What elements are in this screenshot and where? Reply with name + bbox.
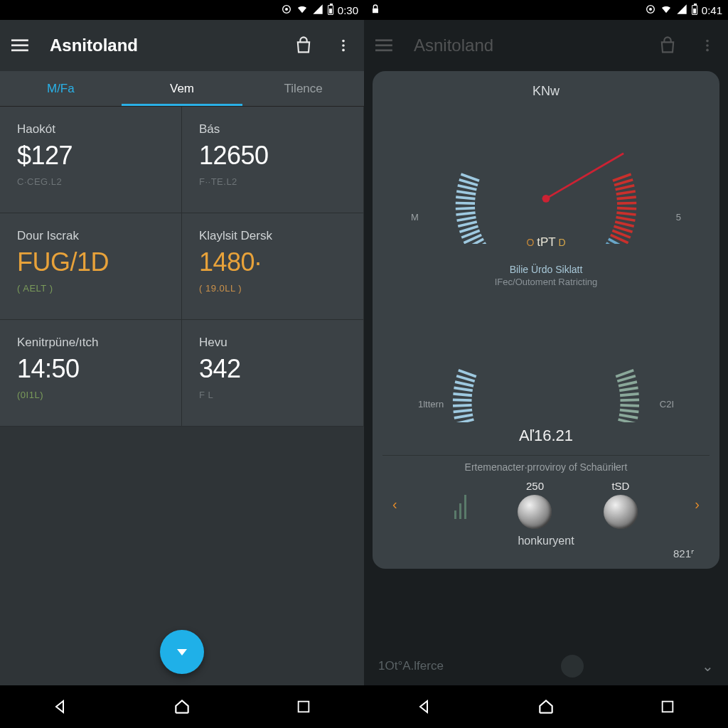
svg-point-5 <box>342 40 345 43</box>
metric-sub: ( 19.0LL ) <box>199 283 350 294</box>
metric-label: Bás <box>199 122 350 136</box>
svg-line-80 <box>459 370 476 377</box>
svg-line-133 <box>620 405 639 406</box>
metric-cell[interactable]: Klaylsit Dersk 1480· ( 19.0LL ) <box>182 213 364 320</box>
svg-line-87 <box>454 410 472 412</box>
wifi-icon <box>296 4 308 17</box>
svg-line-139 <box>616 370 633 377</box>
gauge1-title: KNw <box>382 84 710 99</box>
nav-bar <box>364 685 728 728</box>
footer-label: honkuryent <box>382 535 710 547</box>
battery-icon <box>328 5 333 15</box>
gauge2-value: Aľ16.21 <box>382 427 710 445</box>
metric-value: 12650 <box>199 141 350 171</box>
metric-cell[interactable]: Hevu 342 F L <box>182 320 364 427</box>
svg-rect-8 <box>298 702 309 712</box>
metrics-grid: Haokót $127 C·CEG.L2 Bás 12650 F··TE.L2 … <box>0 107 364 427</box>
svg-line-136 <box>619 387 638 390</box>
knob-right[interactable] <box>604 495 638 529</box>
svg-rect-3 <box>11 44 28 46</box>
svg-point-11 <box>649 8 652 11</box>
nav-back-icon[interactable] <box>414 697 434 717</box>
more-icon <box>697 35 718 56</box>
tab-label: M/Fa <box>47 82 75 96</box>
status-time: 0:41 <box>702 4 722 16</box>
menu-icon[interactable] <box>10 35 31 56</box>
lock-icon <box>370 4 381 17</box>
nav-recent-icon[interactable] <box>294 697 314 717</box>
nav-recent-icon[interactable] <box>658 697 678 717</box>
metric-sub: F L <box>199 390 350 400</box>
metric-label: Haokót <box>17 122 168 136</box>
svg-line-137 <box>619 382 637 386</box>
svg-point-16 <box>706 44 709 47</box>
footer-value: 821ʳ <box>673 547 694 560</box>
tab-1[interactable]: Vem <box>122 71 243 106</box>
metric-sub: F··TE.L2 <box>199 176 350 187</box>
bottom-title: Ertemenacter·prroviroy of Schaüriłert <box>382 461 710 473</box>
svg-line-74 <box>616 191 636 194</box>
knob-left-value: 250 <box>526 480 544 492</box>
svg-rect-140 <box>662 702 673 712</box>
more-icon[interactable] <box>333 35 354 56</box>
metric-cell[interactable]: Dour Iscrak FUG/1D ( AELT ) <box>0 213 182 320</box>
g2-left-label: 1lttern <box>418 399 444 410</box>
svg-line-86 <box>453 405 472 406</box>
svg-line-21 <box>456 191 476 194</box>
tab-label: Vem <box>170 82 194 96</box>
tab-label: Tilence <box>284 82 323 96</box>
menu-icon <box>374 35 395 56</box>
svg-line-131 <box>619 414 638 418</box>
svg-rect-13 <box>375 44 392 46</box>
next-arrow-icon[interactable]: › <box>689 491 705 518</box>
knob-right-value: tSD <box>611 480 629 492</box>
metric-cell[interactable]: Haokót $127 C·CEG.L2 <box>0 107 182 213</box>
circle-icon <box>645 4 656 17</box>
gauge2-subtitle: IFec/Outoment Ratricting <box>382 277 710 287</box>
svg-point-7 <box>342 49 345 52</box>
svg-line-132 <box>620 410 638 412</box>
svg-line-68 <box>615 222 634 226</box>
bag-icon[interactable] <box>293 35 314 56</box>
svg-line-84 <box>453 394 471 395</box>
svg-point-17 <box>706 49 709 52</box>
metric-value: $127 <box>17 141 168 171</box>
svg-line-73 <box>617 197 636 198</box>
svg-line-134 <box>620 400 639 400</box>
dim-label: 1Ot°A.lferce <box>378 659 444 673</box>
g2-right-label: C2I <box>660 399 674 410</box>
tab-2[interactable]: Tilence <box>242 71 364 106</box>
metric-cell[interactable]: Kenitrpüne/ıtch 14:50 (0I1L) <box>0 320 182 427</box>
svg-line-82 <box>455 382 473 386</box>
prev-arrow-icon[interactable]: ‹ <box>387 491 403 518</box>
nav-home-icon[interactable] <box>172 697 192 717</box>
metric-sub: (0I1L) <box>17 390 168 400</box>
svg-line-83 <box>454 387 472 390</box>
svg-line-71 <box>617 208 636 209</box>
tab-0[interactable]: M/Fa <box>0 71 122 106</box>
nav-back-icon[interactable] <box>50 697 70 717</box>
metric-cell[interactable]: Bás 12650 F··TE.L2 <box>182 107 364 213</box>
app-title: Asnitoland <box>414 36 638 55</box>
status-bar: 0:41 <box>364 0 728 20</box>
scale-min: M <box>411 212 419 223</box>
app-bar-dimmed: Asnitoland <box>364 20 728 71</box>
fab-button[interactable] <box>160 630 204 674</box>
svg-line-70 <box>616 213 636 215</box>
svg-rect-12 <box>375 39 392 41</box>
metric-value: 14:50 <box>17 354 168 384</box>
gauge-card: KNw M 5 O tPT D Bilie Ürdo Siklatt IFec/… <box>373 71 719 569</box>
bottom-controls: Ertemenacter·prroviroy of Schaüriłert ‹ … <box>382 455 710 555</box>
svg-point-79 <box>542 195 550 203</box>
app-bar: Asnitoland <box>0 20 364 71</box>
knob-left[interactable] <box>518 495 552 529</box>
cell-icon <box>312 4 323 17</box>
svg-point-15 <box>706 40 709 43</box>
gauge-2: 1lttern C2I <box>382 287 710 422</box>
svg-line-78 <box>546 154 623 199</box>
status-bar: 0:30 <box>0 0 364 20</box>
metric-value: FUG/1D <box>17 247 168 277</box>
chevron-down-icon[interactable]: ⌄ <box>702 658 714 675</box>
nav-home-icon[interactable] <box>536 697 556 717</box>
svg-line-138 <box>617 376 636 381</box>
